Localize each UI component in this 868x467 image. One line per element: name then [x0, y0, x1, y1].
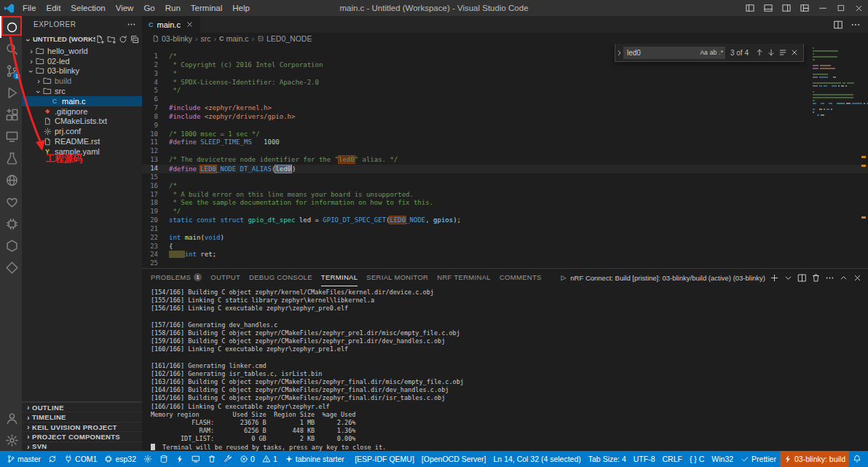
tree-item--gitignore[interactable]: ◆.gitignore — [22, 106, 142, 117]
panel-tab-debug-console[interactable]: DEBUG CONSOLE — [249, 269, 312, 286]
layout-sidebar-icon[interactable] — [741, 0, 759, 16]
sidebar-more-actions-icon[interactable] — [127, 20, 136, 29]
status-esp-idf-qemu[interactable]: [ESP-IDF QEMU] — [351, 451, 418, 467]
menu-view[interactable]: View — [111, 0, 139, 16]
breadcrumb-item[interactable]: 03-blinky — [162, 34, 192, 43]
tree-item-src[interactable]: ›src — [22, 86, 142, 96]
collapse-folders-icon[interactable] — [130, 35, 139, 44]
status-sync[interactable] — [44, 451, 60, 467]
status-problems-errors[interactable]: 0 — [236, 451, 259, 467]
new-file-icon[interactable] — [95, 35, 104, 44]
menu-go[interactable]: Go — [138, 0, 159, 16]
settings-gear-icon[interactable] — [0, 429, 22, 451]
status-encoding[interactable]: UTF-8 — [630, 451, 659, 467]
menu-file[interactable]: File — [17, 0, 42, 16]
panel-tab-comments[interactable]: COMMENTS — [500, 269, 542, 286]
status-eol[interactable]: CRLF — [658, 451, 685, 467]
find-in-selection-icon[interactable] — [777, 48, 789, 57]
status-esp-monitor[interactable] — [188, 451, 204, 467]
menu-terminal[interactable]: Terminal — [186, 0, 227, 16]
tree-item-hello-world[interactable]: ›hello_world — [22, 46, 142, 56]
panel-tab-serial-monitor[interactable]: SERIAL MONITOR — [366, 269, 428, 286]
maximize-panel-icon[interactable] — [839, 273, 848, 283]
nrf-connect-icon[interactable] — [0, 169, 22, 191]
minimap[interactable] — [813, 47, 858, 119]
menu-help[interactable]: Help — [227, 0, 255, 16]
status-esp-clean[interactable] — [204, 451, 220, 467]
menu-selection[interactable]: Selection — [66, 0, 110, 16]
status-indentation[interactable]: Tab Size: 4 — [585, 451, 630, 467]
tree-item-02-led[interactable]: ›02-led — [22, 56, 142, 66]
status-serial-port[interactable]: COM1 — [60, 451, 100, 467]
status-prettier[interactable]: Prettier — [737, 451, 780, 467]
status-language-mode[interactable]: { } C — [686, 451, 708, 467]
extensions-icon[interactable] — [0, 103, 22, 125]
kill-terminal-icon[interactable] — [811, 273, 821, 283]
section-project-components[interactable]: ›PROJECT COMPONENTS — [22, 431, 142, 441]
terminal-output[interactable]: [154/166] Building C object zephyr/kerne… — [142, 286, 868, 451]
status-nrf-build[interactable]: 03-blinky: build — [780, 451, 849, 467]
section-svn[interactable]: ›SVN — [22, 442, 142, 451]
explorer-icon[interactable] — [0, 16, 22, 38]
split-editor-icon[interactable] — [833, 20, 843, 30]
find-next-icon[interactable] — [765, 48, 777, 57]
tree-item-build[interactable]: ›build — [22, 76, 142, 86]
status-esp-settings[interactable] — [140, 451, 156, 467]
status-scm-branch[interactable]: master — [3, 451, 44, 467]
close-window-icon[interactable] — [850, 0, 868, 16]
kite-icon[interactable] — [0, 256, 22, 278]
toggle-replace-icon[interactable]: › — [615, 46, 623, 59]
regex-icon[interactable]: .* — [719, 49, 723, 56]
status-problems-warnings[interactable]: 1 — [259, 451, 281, 467]
menu-run[interactable]: Run — [160, 0, 186, 16]
layout-panel-icon[interactable] — [759, 0, 777, 16]
whole-word-icon[interactable]: ab — [710, 49, 717, 56]
new-terminal-icon[interactable] — [770, 273, 779, 283]
editor[interactable]: 1/*2 * Copyright (c) 2016 Intel Corporat… — [142, 44, 868, 268]
panel-tab-terminal[interactable]: TERMINAL — [321, 269, 358, 286]
status-esp-tools[interactable] — [220, 451, 236, 467]
status-esp-target[interactable]: esp32 — [100, 451, 140, 467]
match-case-icon[interactable]: Aa — [700, 49, 707, 56]
minimize-icon[interactable] — [813, 0, 832, 16]
status-esp-build[interactable] — [156, 451, 172, 467]
section-outline[interactable]: ›OUTLINE — [22, 402, 142, 412]
section-timeline[interactable]: ›TIMELINE — [22, 412, 142, 421]
tree-item-main-c[interactable]: Cmain.c — [22, 96, 142, 106]
terminal-title[interactable]: nRF Connect: Build [pristine]: 03-blinky… — [570, 274, 765, 282]
section-keil-uvision-project[interactable]: ›KEIL UVISION PROJECT — [22, 422, 142, 431]
breadcrumb-item[interactable]: main.c — [226, 34, 249, 43]
source-control-icon[interactable]: 1 — [0, 60, 22, 82]
tree-item-03-blinky[interactable]: ›03-blinky — [22, 66, 142, 76]
test-beaker-icon[interactable] — [0, 147, 22, 169]
keil-icon[interactable] — [0, 235, 22, 256]
status-cursor-position[interactable]: Ln 14, Col 32 (4 selected) — [490, 451, 585, 467]
tab-main-c[interactable]: C main.c — [142, 16, 200, 33]
refresh-explorer-icon[interactable] — [119, 35, 127, 44]
tree-item-readme-rst[interactable]: README.rst — [22, 136, 142, 146]
panel-tab-output[interactable]: OUTPUT — [210, 269, 240, 286]
breadcrumb-item[interactable]: src — [201, 34, 211, 43]
tree-item-sample-yaml[interactable]: Ysample.yaml — [22, 146, 142, 157]
panel-more-actions-icon[interactable] — [825, 273, 835, 283]
close-panel-icon[interactable] — [853, 273, 862, 283]
tree-item-prj-conf[interactable]: prj.conf — [22, 126, 142, 136]
new-folder-icon[interactable] — [107, 35, 116, 44]
run-debug-icon[interactable] — [0, 82, 22, 103]
workspace-header[interactable]: › UNTITLED (WORKSPACE) — [22, 32, 142, 46]
platformio-icon[interactable] — [0, 191, 22, 213]
status-tabnine[interactable]: tabnine starter — [281, 451, 348, 467]
split-terminal-icon[interactable] — [797, 273, 807, 283]
close-tab-icon[interactable] — [186, 20, 194, 28]
status-platform[interactable]: Win32 — [708, 451, 737, 467]
status-esp-flash[interactable] — [172, 451, 188, 467]
panel-tab-nrf-terminal[interactable]: NRF TERMINAL — [437, 269, 491, 286]
accounts-icon[interactable] — [0, 407, 22, 429]
close-find-icon[interactable] — [789, 48, 800, 57]
maximize-icon[interactable] — [832, 0, 850, 16]
layout-customize-icon[interactable] — [795, 0, 813, 16]
editor-more-actions-icon[interactable] — [851, 20, 861, 30]
layout-secondary-sidebar-icon[interactable] — [777, 0, 795, 16]
breadcrumb-item[interactable]: LED0_NODE — [267, 34, 312, 43]
tree-item-cmakelists-txt[interactable]: CMakeLists.txt — [22, 117, 142, 127]
